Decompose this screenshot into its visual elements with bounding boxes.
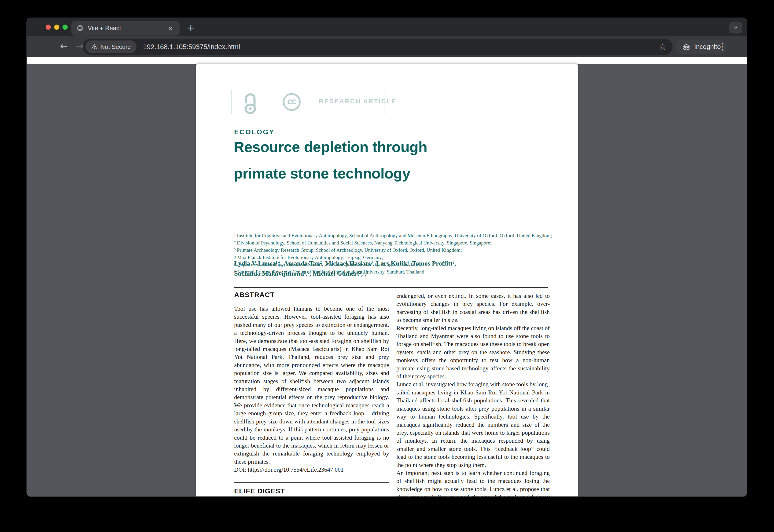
bookmark-star-icon[interactable]: ☆ (659, 42, 667, 52)
digest-paragraph: An important next step is to learn wheth… (397, 469, 550, 496)
tab-title: Vite + React (88, 25, 167, 32)
article-title: Resource depletion through primate stone… (234, 134, 477, 187)
window-close-button[interactable] (46, 25, 51, 30)
back-button[interactable]: ← (57, 40, 70, 51)
abstract-heading: ABSTRACT (234, 291, 389, 299)
affiliation: ¹ Institute for Cognitive and Evolutiona… (234, 233, 552, 239)
section-rule (234, 287, 548, 288)
right-column: endangered, or even extinct. In some cas… (397, 292, 550, 496)
open-access-icon (242, 91, 258, 114)
titlebar: Vite + React × + (27, 18, 747, 36)
digest-heading: ELIFE DIGEST (234, 487, 285, 495)
address-bar[interactable]: Not Secure 192.168.1.105:59375/index.htm… (83, 39, 673, 55)
tab-search-button[interactable] (729, 22, 742, 33)
section-rule (234, 482, 389, 483)
tab-close-icon[interactable]: × (167, 24, 174, 32)
divider (311, 90, 312, 114)
cc-license-icon: cc (283, 93, 300, 111)
article-page: cc RESEARCH ARTICLE ECOLOGY Resource dep… (196, 64, 578, 496)
abstract-text: Tool use has allowed humans to become on… (234, 305, 389, 466)
security-label: Not Secure (100, 43, 131, 51)
divider (384, 90, 384, 114)
url-text[interactable]: 192.168.1.105:59375/index.html (143, 43, 659, 51)
affiliation: ⁴ Max Planck Institute for Evolutionary … (234, 255, 383, 260)
window-zoom-button[interactable] (62, 25, 68, 30)
chevron-down-icon (733, 25, 739, 30)
left-column: ABSTRACT Tool use has allowed humans to … (234, 291, 389, 474)
incognito-icon (682, 43, 691, 51)
digest-paragraph: Luncz et al. investigated how foraging w… (397, 380, 550, 469)
affiliation: ⁵ Department of Biology, Faculty of Scie… (234, 262, 421, 268)
security-chip[interactable]: Not Secure (85, 40, 136, 53)
affiliation: ² Division of Psychology, School of Huma… (234, 240, 492, 246)
divider (231, 90, 231, 114)
affiliation: ⁶ National Primate Research Center of Th… (234, 269, 424, 275)
warning-icon (91, 44, 98, 50)
affiliation: ³ Primate Archaeology Research Group, Sc… (234, 247, 462, 253)
doi-line: DOI: https://doi.org/10.7554/eLife.23647… (234, 466, 389, 474)
divider (272, 90, 272, 114)
globe-favicon-icon (77, 25, 84, 32)
browser-tab[interactable]: Vite + React × (71, 21, 179, 36)
digest-paragraph: Recently, long-tailed macaques living on… (397, 324, 550, 381)
browser-menu-button[interactable]: ⋮ (717, 40, 728, 53)
viewport: cc RESEARCH ARTICLE ECOLOGY Resource dep… (27, 57, 747, 496)
article-type-label: RESEARCH ARTICLE (319, 98, 397, 105)
new-tab-button[interactable]: + (185, 23, 196, 34)
browser-window: Vite + React × + ← → ↻ (27, 18, 747, 496)
window-minimize-button[interactable] (54, 25, 59, 30)
digest-paragraph: endangered, or even extinct. In some cas… (397, 292, 550, 324)
toolbar: ← → ↻ Not Secure 192.168.1.105:59375/ind… (27, 36, 747, 57)
cc-label: cc (287, 96, 296, 106)
